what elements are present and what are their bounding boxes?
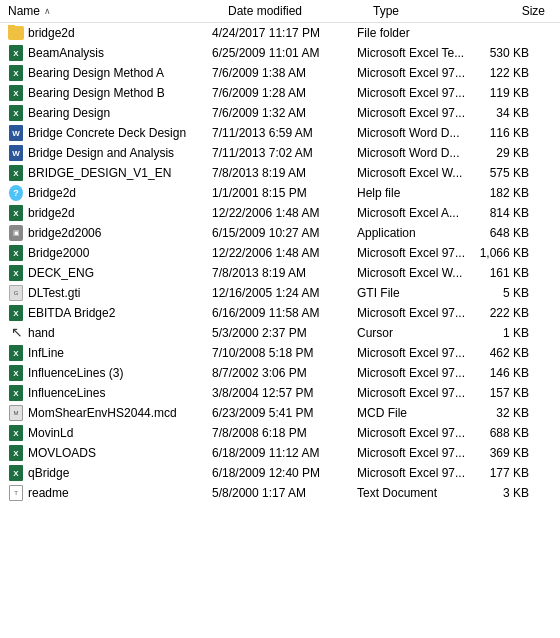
table-row[interactable]: X InfluenceLines 3/8/2004 12:57 PM Micro… xyxy=(0,383,560,403)
file-name: BRIDGE_DESIGN_V1_EN xyxy=(28,166,171,180)
table-row[interactable]: M MomShearEnvHS2044.mcd 6/23/2009 5:41 P… xyxy=(0,403,560,423)
table-row[interactable]: X Bearing Design 7/6/2009 1:32 AM Micros… xyxy=(0,103,560,123)
excel-icon: X xyxy=(9,265,23,281)
file-icon-container: M xyxy=(8,405,24,421)
file-type: Microsoft Word D... xyxy=(357,126,477,140)
file-date: 6/18/2009 12:40 PM xyxy=(212,466,357,480)
file-type: Text Document xyxy=(357,486,477,500)
file-size: 222 KB xyxy=(477,306,537,320)
file-type: Microsoft Excel 97... xyxy=(357,346,477,360)
file-size: 32 KB xyxy=(477,406,537,420)
sort-arrow-icon: ∧ xyxy=(44,6,51,16)
file-size: 29 KB xyxy=(477,146,537,160)
file-type: Microsoft Excel 97... xyxy=(357,426,477,440)
excel-icon: X xyxy=(9,65,23,81)
file-date: 7/8/2013 8:19 AM xyxy=(212,266,357,280)
file-size: 462 KB xyxy=(477,346,537,360)
table-row[interactable]: G DLTest.gti 12/16/2005 1:24 AM GTI File… xyxy=(0,283,560,303)
file-name: Bearing Design Method A xyxy=(28,66,164,80)
excel-icon: X xyxy=(9,425,23,441)
file-icon-container: T xyxy=(8,485,24,501)
table-row[interactable]: W Bridge Design and Analysis 7/11/2013 7… xyxy=(0,143,560,163)
file-icon-container: X xyxy=(8,305,24,321)
file-name-cell: W Bridge Design and Analysis xyxy=(8,145,212,161)
table-row[interactable]: X MovinLd 7/8/2008 6:18 PM Microsoft Exc… xyxy=(0,423,560,443)
name-label: Name xyxy=(8,4,40,18)
file-date: 5/8/2000 1:17 AM xyxy=(212,486,357,500)
file-name: Bridge2000 xyxy=(28,246,89,260)
file-type: Microsoft Excel 97... xyxy=(357,86,477,100)
file-name-cell: X Bearing Design xyxy=(8,105,212,121)
table-row[interactable]: X Bearing Design Method B 7/6/2009 1:28 … xyxy=(0,83,560,103)
file-name: Bridge Design and Analysis xyxy=(28,146,174,160)
app-icon: ▣ xyxy=(9,225,23,241)
file-name: bridge2d2006 xyxy=(28,226,101,240)
table-row[interactable]: W Bridge Concrete Deck Design 7/11/2013 … xyxy=(0,123,560,143)
table-row[interactable]: X MOVLOADS 6/18/2009 11:12 AM Microsoft … xyxy=(0,443,560,463)
excel-icon: X xyxy=(9,205,23,221)
file-icon-container: X xyxy=(8,345,24,361)
file-name-cell: bridge2d xyxy=(8,25,212,41)
excel-icon: X xyxy=(9,365,23,381)
file-date: 12/16/2005 1:24 AM xyxy=(212,286,357,300)
table-row[interactable]: ▣ bridge2d2006 6/15/2009 10:27 AM Applic… xyxy=(0,223,560,243)
file-date: 12/22/2006 1:48 AM xyxy=(212,246,357,260)
file-size: 3 KB xyxy=(477,486,537,500)
file-name-cell: X BRIDGE_DESIGN_V1_EN xyxy=(8,165,212,181)
file-type: Microsoft Excel 97... xyxy=(357,306,477,320)
file-name: MomShearEnvHS2044.mcd xyxy=(28,406,177,420)
table-row[interactable]: X DECK_ENG 7/8/2013 8:19 AM Microsoft Ex… xyxy=(0,263,560,283)
file-size: 177 KB xyxy=(477,466,537,480)
file-type: Microsoft Excel 97... xyxy=(357,466,477,480)
excel-icon: X xyxy=(9,465,23,481)
table-row[interactable]: X BeamAnalysis 6/25/2009 11:01 AM Micros… xyxy=(0,43,560,63)
file-name: DECK_ENG xyxy=(28,266,94,280)
table-row[interactable]: X Bearing Design Method A 7/6/2009 1:38 … xyxy=(0,63,560,83)
col-size-header[interactable]: Size xyxy=(493,4,553,18)
file-icon-container: X xyxy=(8,385,24,401)
table-row[interactable]: T readme 5/8/2000 1:17 AM Text Document … xyxy=(0,483,560,503)
table-row[interactable]: X BRIDGE_DESIGN_V1_EN 7/8/2013 8:19 AM M… xyxy=(0,163,560,183)
table-row[interactable]: ↖ hand 5/3/2000 2:37 PM Cursor 1 KB xyxy=(0,323,560,343)
file-icon-container: ▣ xyxy=(8,225,24,241)
file-name-cell: X DECK_ENG xyxy=(8,265,212,281)
file-type: MCD File xyxy=(357,406,477,420)
file-name-cell: X BeamAnalysis xyxy=(8,45,212,61)
file-size: 5 KB xyxy=(477,286,537,300)
col-name-header[interactable]: Name ∧ xyxy=(8,4,228,18)
file-name: BeamAnalysis xyxy=(28,46,104,60)
file-type: Microsoft Excel 97... xyxy=(357,106,477,120)
table-row[interactable]: X InfluenceLines (3) 8/7/2002 3:06 PM Mi… xyxy=(0,363,560,383)
table-row[interactable]: X EBITDA Bridge2 6/16/2009 11:58 AM Micr… xyxy=(0,303,560,323)
col-date-header[interactable]: Date modified xyxy=(228,4,373,18)
table-row[interactable]: X bridge2d 12/22/2006 1:48 AM Microsoft … xyxy=(0,203,560,223)
table-row[interactable]: X InfLine 7/10/2008 5:18 PM Microsoft Ex… xyxy=(0,343,560,363)
file-icon-container: X xyxy=(8,425,24,441)
table-row[interactable]: bridge2d 4/24/2017 11:17 PM File folder xyxy=(0,23,560,43)
file-name: InfLine xyxy=(28,346,64,360)
file-date: 7/8/2013 8:19 AM xyxy=(212,166,357,180)
file-date: 6/18/2009 11:12 AM xyxy=(212,446,357,460)
file-size: 814 KB xyxy=(477,206,537,220)
file-name-cell: ▣ bridge2d2006 xyxy=(8,225,212,241)
file-type: Microsoft Excel Te... xyxy=(357,46,477,60)
table-row[interactable]: ? Bridge2d 1/1/2001 8:15 PM Help file 18… xyxy=(0,183,560,203)
word-icon: W xyxy=(9,125,23,141)
excel-icon: X xyxy=(9,245,23,261)
file-name: Bridge Concrete Deck Design xyxy=(28,126,186,140)
excel-icon: X xyxy=(9,85,23,101)
file-name: Bearing Design Method B xyxy=(28,86,165,100)
col-type-header[interactable]: Type xyxy=(373,4,493,18)
file-size: 146 KB xyxy=(477,366,537,380)
file-name: Bearing Design xyxy=(28,106,110,120)
file-name: EBITDA Bridge2 xyxy=(28,306,115,320)
table-row[interactable]: X qBridge 6/18/2009 12:40 PM Microsoft E… xyxy=(0,463,560,483)
file-type: Microsoft Excel 97... xyxy=(357,66,477,80)
file-type: Microsoft Excel 97... xyxy=(357,446,477,460)
file-icon-container: X xyxy=(8,445,24,461)
file-name-cell: X InfLine xyxy=(8,345,212,361)
file-icon-container: ? xyxy=(8,185,24,201)
file-size: 116 KB xyxy=(477,126,537,140)
table-row[interactable]: X Bridge2000 12/22/2006 1:48 AM Microsof… xyxy=(0,243,560,263)
txt-icon: T xyxy=(9,485,23,501)
